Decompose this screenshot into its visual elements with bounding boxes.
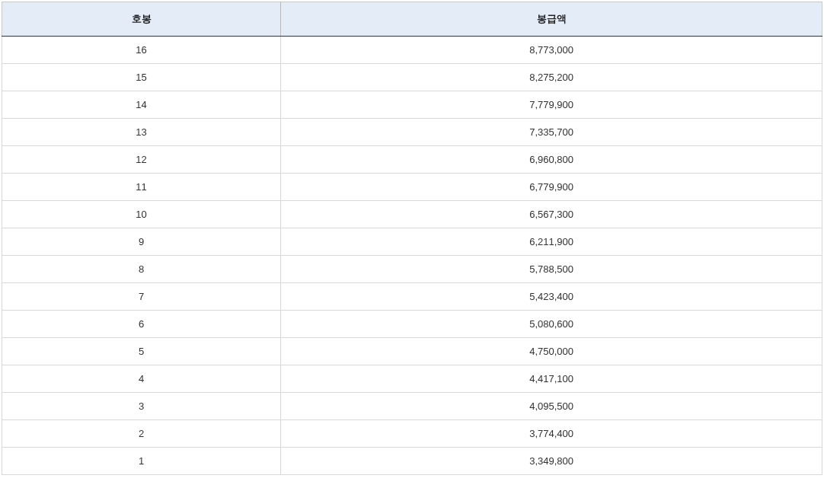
cell-grade: 5: [2, 338, 281, 365]
cell-grade: 11: [2, 174, 281, 201]
table-row: 7 5,423,400: [2, 283, 822, 311]
table-row: 11 6,779,900: [2, 174, 822, 201]
cell-amount: 4,417,100: [281, 365, 822, 393]
cell-grade: 10: [2, 201, 281, 228]
cell-grade: 9: [2, 228, 281, 256]
cell-amount: 5,788,500: [281, 256, 822, 283]
cell-amount: 5,423,400: [281, 283, 822, 311]
cell-grade: 13: [2, 119, 281, 146]
cell-grade: 4: [2, 365, 281, 393]
cell-grade: 1: [2, 448, 281, 475]
cell-grade: 12: [2, 146, 281, 174]
cell-amount: 4,095,500: [281, 393, 822, 420]
cell-grade: 8: [2, 256, 281, 283]
header-amount: 봉급액: [281, 2, 822, 37]
cell-amount: 8,773,000: [281, 37, 822, 64]
cell-amount: 3,349,800: [281, 448, 822, 475]
cell-amount: 6,211,900: [281, 228, 822, 256]
cell-amount: 6,960,800: [281, 146, 822, 174]
table-row: 4 4,417,100: [2, 365, 822, 393]
cell-amount: 8,275,200: [281, 64, 822, 91]
table-row: 14 7,779,900: [2, 91, 822, 119]
cell-grade: 3: [2, 393, 281, 420]
cell-grade: 6: [2, 311, 281, 338]
table-row: 9 6,211,900: [2, 228, 822, 256]
header-grade: 호봉: [2, 2, 281, 37]
cell-amount: 7,335,700: [281, 119, 822, 146]
table-row: 5 4,750,000: [2, 338, 822, 365]
table-row: 12 6,960,800: [2, 146, 822, 174]
table-header-row: 호봉 봉급액: [2, 2, 822, 37]
cell-grade: 14: [2, 91, 281, 119]
cell-amount: 3,774,400: [281, 420, 822, 448]
cell-amount: 5,080,600: [281, 311, 822, 338]
table-row: 6 5,080,600: [2, 311, 822, 338]
table-row: 13 7,335,700: [2, 119, 822, 146]
table-row: 2 3,774,400: [2, 420, 822, 448]
salary-table: 호봉 봉급액 16 8,773,000 15 8,275,200 14 7,77…: [2, 2, 822, 475]
table-body: 16 8,773,000 15 8,275,200 14 7,779,900 1…: [2, 37, 822, 475]
cell-amount: 4,750,000: [281, 338, 822, 365]
table-row: 10 6,567,300: [2, 201, 822, 228]
table-row: 16 8,773,000: [2, 37, 822, 64]
cell-amount: 6,779,900: [281, 174, 822, 201]
cell-grade: 2: [2, 420, 281, 448]
cell-grade: 16: [2, 37, 281, 64]
cell-grade: 15: [2, 64, 281, 91]
table-row: 15 8,275,200: [2, 64, 822, 91]
cell-amount: 6,567,300: [281, 201, 822, 228]
cell-amount: 7,779,900: [281, 91, 822, 119]
table-row: 3 4,095,500: [2, 393, 822, 420]
table-row: 1 3,349,800: [2, 448, 822, 475]
table-row: 8 5,788,500: [2, 256, 822, 283]
cell-grade: 7: [2, 283, 281, 311]
